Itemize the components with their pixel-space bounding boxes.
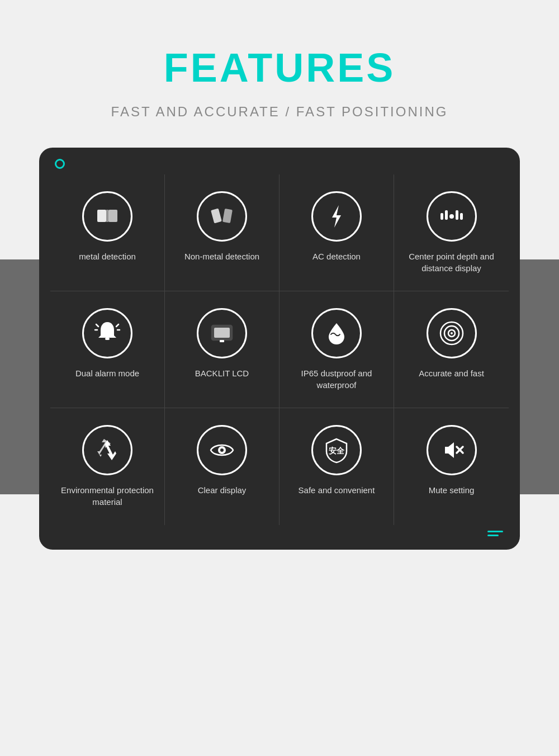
centerpoint-icon bbox=[437, 202, 466, 231]
center-point-label: Center point depth and distance display bbox=[400, 251, 503, 274]
svg-rect-18 bbox=[220, 340, 224, 342]
feature-non-metal-detection: Non-metal detection bbox=[165, 174, 280, 291]
feature-accurate-fast: Accurate and fast bbox=[394, 291, 509, 408]
svg-point-24 bbox=[220, 448, 224, 452]
svg-point-22 bbox=[451, 332, 453, 334]
metal-detection-icon-circle bbox=[82, 191, 132, 242]
feature-ip65: IP65 dustproof and waterproof bbox=[280, 291, 394, 408]
metal-detection-label: metal detection bbox=[79, 251, 136, 262]
dual-alarm-icon-circle bbox=[82, 308, 132, 358]
feature-environmental: Environmental protection material bbox=[50, 408, 165, 525]
dual-alarm-label: Dual alarm mode bbox=[75, 367, 139, 379]
svg-line-13 bbox=[116, 324, 119, 327]
environmental-icon-circle bbox=[82, 425, 132, 475]
svg-point-8 bbox=[449, 214, 454, 219]
recycle-icon bbox=[93, 436, 122, 465]
clear-display-icon-circle bbox=[197, 425, 247, 475]
feature-ac-detection: AC detection bbox=[280, 174, 394, 291]
feature-center-point: Center point depth and distance display bbox=[394, 174, 509, 291]
menu-line-2 bbox=[487, 535, 499, 536]
feature-clear-display: Clear display bbox=[165, 408, 280, 525]
safe-icon: 安全 bbox=[322, 436, 351, 465]
metal-icon bbox=[93, 202, 122, 231]
card-wrapper: metal detection Non-metal detection bbox=[39, 148, 520, 550]
mute-setting-icon-circle bbox=[427, 425, 477, 475]
accurate-fast-icon-circle bbox=[427, 308, 477, 358]
svg-marker-5 bbox=[332, 205, 341, 228]
dark-card: metal detection Non-metal detection bbox=[39, 148, 520, 550]
page-subtitle: FAST AND ACCURATE / FAST POSITIONING bbox=[111, 104, 448, 120]
mute-icon bbox=[437, 436, 466, 465]
accurate-icon bbox=[437, 319, 466, 348]
feature-backlit-lcd: BACKLIT LCD bbox=[165, 291, 280, 408]
non-metal-detection-label: Non-metal detection bbox=[184, 251, 259, 262]
ac-detection-label: AC detection bbox=[312, 251, 361, 262]
card-dot bbox=[55, 159, 65, 169]
svg-rect-3 bbox=[211, 209, 222, 224]
svg-marker-2 bbox=[106, 210, 108, 222]
feature-metal-detection: metal detection bbox=[50, 174, 165, 291]
nonmetal-icon bbox=[207, 202, 236, 231]
safe-convenient-icon-circle: 安全 bbox=[311, 425, 362, 475]
feature-dual-alarm: Dual alarm mode bbox=[50, 291, 165, 408]
backlit-lcd-label: BACKLIT LCD bbox=[195, 367, 249, 379]
svg-text:安全: 安全 bbox=[328, 446, 345, 455]
backlit-lcd-icon-circle bbox=[197, 308, 247, 358]
svg-rect-17 bbox=[214, 328, 230, 338]
clear-display-label: Clear display bbox=[198, 484, 247, 496]
svg-rect-7 bbox=[445, 210, 448, 220]
ac-icon bbox=[322, 202, 351, 231]
feature-safe-convenient: 安全 Safe and convenient bbox=[280, 408, 394, 525]
feature-mute-setting: Mute setting bbox=[394, 408, 509, 525]
features-grid: metal detection Non-metal detection bbox=[50, 174, 509, 525]
svg-rect-6 bbox=[440, 213, 443, 220]
ip65-label: IP65 dustproof and waterproof bbox=[285, 367, 388, 391]
page-title: FEATURES bbox=[164, 45, 396, 91]
mute-setting-label: Mute setting bbox=[429, 484, 475, 496]
svg-rect-11 bbox=[105, 338, 110, 340]
svg-rect-0 bbox=[97, 210, 106, 222]
safe-convenient-label: Safe and convenient bbox=[299, 484, 375, 496]
waterproof-icon bbox=[322, 319, 351, 348]
ac-detection-icon-circle bbox=[311, 191, 362, 242]
svg-rect-10 bbox=[460, 213, 463, 220]
accurate-fast-label: Accurate and fast bbox=[419, 367, 484, 379]
ip65-icon-circle bbox=[311, 308, 362, 358]
lcd-icon bbox=[207, 319, 236, 348]
environmental-label: Environmental protection material bbox=[56, 484, 159, 508]
svg-rect-1 bbox=[108, 210, 117, 222]
alarm-icon bbox=[93, 319, 122, 348]
card-footer bbox=[50, 525, 509, 538]
non-metal-detection-icon-circle bbox=[197, 191, 247, 242]
eye-icon bbox=[207, 436, 236, 465]
menu-line-1 bbox=[487, 531, 503, 532]
svg-rect-9 bbox=[456, 210, 458, 220]
svg-rect-4 bbox=[222, 209, 233, 223]
center-point-icon-circle bbox=[427, 191, 477, 242]
svg-line-12 bbox=[96, 324, 98, 327]
menu-icon bbox=[487, 531, 503, 536]
